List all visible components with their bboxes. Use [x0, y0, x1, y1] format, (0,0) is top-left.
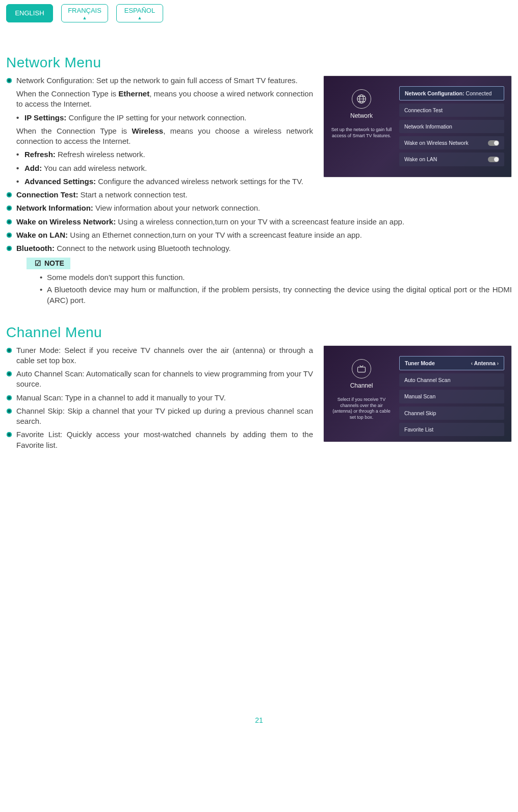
- list-item-wake-wireless: Wake on Wireless Network: Using a wirele…: [6, 217, 512, 227]
- text: Using a wireless connection,turn on your…: [116, 217, 404, 226]
- text: Configure the IP setting for your networ…: [66, 113, 246, 122]
- text: Using an Ethernet connection,turn on you…: [68, 231, 362, 239]
- lead: Manual Scan:: [16, 393, 63, 402]
- lead: Network Information:: [16, 204, 93, 212]
- sub-item-refresh: Refresh: Refresh wireless network.: [16, 149, 512, 160]
- lead: Advanced Settings:: [24, 177, 96, 186]
- list-item-favorite-list: Favorite List: Quickly access your most-…: [6, 429, 512, 450]
- lead: Channel Skip:: [16, 407, 65, 415]
- channel-list: Tuner Mode: Select if you receive TV cha…: [6, 345, 512, 450]
- wireless-paragraph: When the Connection Type is Wireless, me…: [16, 126, 325, 147]
- tab-espanol[interactable]: ESPAÑOL ▲: [116, 4, 163, 22]
- text: Type in a channel to add it manually to …: [63, 393, 226, 402]
- lead: Wake on LAN:: [16, 231, 68, 239]
- text: Connect to the network using Bluetooth t…: [55, 244, 231, 252]
- language-tabs: ENGLISH FRANÇAIS ▲ ESPAÑOL ▲: [6, 0, 512, 38]
- text: You can add wireless network.: [42, 164, 147, 172]
- list-item-manual-scan: Manual Scan: Type in a channel to add it…: [6, 393, 512, 403]
- list-item-channel-skip: Channel Skip: Skip a channel that your T…: [6, 406, 512, 427]
- channel-menu-heading: Channel Menu: [6, 323, 512, 342]
- chevron-up-icon: ▲: [83, 16, 87, 20]
- list-item-network-info: Network Information: View information ab…: [6, 203, 512, 213]
- text: View information about your network conn…: [93, 204, 260, 212]
- note-item: A Bluetooth device may hum or malfunctio…: [40, 285, 512, 306]
- t1: When the Connection Type is: [16, 126, 132, 135]
- text: Start a network connection test.: [78, 190, 187, 199]
- tab-espanol-label: ESPAÑOL: [124, 6, 155, 15]
- text: Set up the network to gain full access o…: [94, 76, 298, 85]
- tab-francais-label: FRANÇAIS: [68, 6, 101, 15]
- list-item-connection-test: Connection Test: Start a network connect…: [6, 190, 512, 200]
- text: Select if you receive TV channels over t…: [16, 346, 313, 365]
- list-item-auto-scan: Auto Channel Scan: Automatically scan fo…: [6, 369, 512, 390]
- check-icon: ☑: [35, 259, 41, 268]
- tab-francais[interactable]: FRANÇAIS ▲: [61, 4, 108, 22]
- list-item-network-config: Network Configuration: Set up the networ…: [6, 75, 512, 187]
- note-label: ☑NOTE: [27, 258, 70, 269]
- lead: Add:: [24, 164, 42, 172]
- lead: Wake on Wireless Network:: [16, 217, 116, 226]
- list-item-tuner-mode: Tuner Mode: Select if you receive TV cha…: [6, 345, 512, 366]
- list-item-wake-lan: Wake on LAN: Using an Ethernet connectio…: [6, 230, 512, 240]
- note-label-text: NOTE: [44, 259, 64, 268]
- lead: Auto Channel Scan:: [16, 369, 84, 378]
- bold: Wireless: [132, 126, 164, 135]
- lead: Connection Test:: [16, 190, 78, 199]
- note-box: ☑NOTE Some models don't support this fun…: [27, 258, 512, 306]
- lead: Tuner Mode:: [16, 346, 61, 354]
- t1: When the Connection Type is: [16, 89, 118, 98]
- chevron-up-icon: ▲: [138, 16, 142, 20]
- lead: Favorite List:: [16, 430, 62, 439]
- lead: Network Configuration:: [16, 76, 94, 85]
- page-number: 21: [6, 716, 512, 725]
- tab-english[interactable]: ENGLISH: [6, 4, 53, 22]
- sub-item-advanced: Advanced Settings: Configure the advance…: [16, 176, 512, 187]
- note-item: Some models don't support this function.: [40, 272, 512, 283]
- lead: IP Settings:: [24, 113, 66, 122]
- text: Refresh wireless network.: [56, 150, 145, 159]
- sub-item-ip-settings: IP Settings: Configure the IP setting fo…: [16, 113, 325, 123]
- lead: Refresh:: [24, 150, 56, 159]
- ethernet-paragraph: When the Connection Type is Ethernet, me…: [16, 89, 325, 110]
- tab-english-label: ENGLISH: [15, 9, 44, 18]
- lead: Bluetooth:: [16, 244, 55, 252]
- bold: Ethernet: [118, 89, 149, 98]
- network-list: Network Configuration: Set up the networ…: [6, 75, 512, 306]
- network-menu-heading: Network Menu: [6, 53, 512, 72]
- text: Configure the advanced wireless network …: [96, 177, 303, 186]
- list-item-bluetooth: Bluetooth: Connect to the network using …: [6, 243, 512, 306]
- sub-item-add: Add: You can add wireless network.: [16, 163, 512, 173]
